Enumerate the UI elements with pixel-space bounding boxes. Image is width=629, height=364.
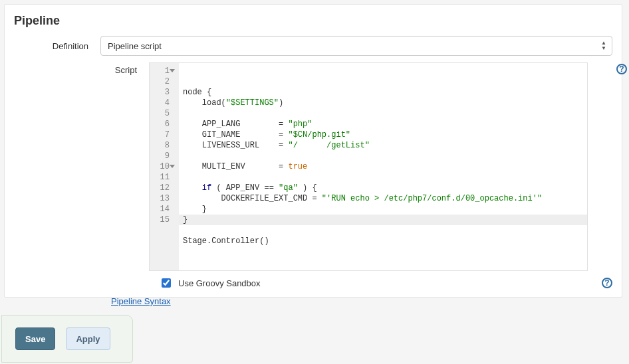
editor-code-inner: node { load("$SETTINGS") APP_LANG = "php…	[183, 87, 587, 246]
code-line[interactable]: }	[179, 215, 587, 225]
gutter-line: 13	[152, 193, 175, 204]
code-line[interactable]: load("$SETTINGS")	[183, 98, 587, 108]
definition-row: Definition Pipeline script ▲▼	[5, 36, 622, 62]
gutter-line: 11	[152, 172, 175, 183]
gutter-line: 4	[152, 98, 175, 108]
gutter-line: 12	[152, 183, 175, 193]
gutter-line: 5	[152, 108, 175, 119]
gutter-line: 7	[152, 130, 175, 140]
code-line[interactable]: MULTI_ENV = true	[183, 161, 587, 172]
pipeline-section: Pipeline Definition Pipeline script ▲▼ S…	[4, 4, 622, 298]
help-icon[interactable]: ?	[616, 64, 627, 74]
help-icon[interactable]: ?	[602, 278, 612, 288]
syntax-link-row: Pipeline Syntax	[5, 296, 622, 306]
code-line[interactable]	[183, 151, 587, 161]
code-line[interactable]: Stage.Controller()	[183, 236, 587, 246]
gutter-line: 9	[152, 151, 175, 161]
code-line[interactable]: APP_LANG = "php"	[183, 119, 587, 130]
gutter-line: 10	[152, 161, 175, 172]
gutter-line: 8	[152, 140, 175, 151]
save-button[interactable]: Save	[15, 327, 55, 350]
gutter-line: 15	[152, 215, 175, 225]
code-line[interactable]: if ( APP_ENV == "qa" ) {	[183, 183, 587, 193]
definition-label: Definition	[14, 41, 100, 51]
code-line[interactable]	[183, 108, 587, 119]
apply-button[interactable]: Apply	[66, 327, 110, 350]
editor-code[interactable]: node { load("$SETTINGS") APP_LANG = "php…	[179, 63, 587, 270]
code-line[interactable]: DOCKERFILE_EXT_CMD = "'RUN echo > /etc/p…	[183, 193, 587, 204]
select-arrows-icon: ▲▼	[601, 41, 606, 51]
script-editor-wrap: 123456789101112131415 node { load("$SETT…	[149, 62, 612, 271]
code-line[interactable]: GIT_NAME = "$CN/php.git"	[183, 130, 587, 140]
sandbox-wrap: Use Groovy Sandbox ?	[159, 276, 612, 290]
gutter-line: 1	[152, 66, 175, 76]
code-line[interactable]	[183, 172, 587, 183]
definition-select[interactable]: Pipeline script ▲▼	[100, 36, 612, 56]
code-line[interactable]: }	[183, 204, 587, 215]
editor-gutter: 123456789101112131415	[150, 63, 179, 270]
pipeline-config-page: Pipeline Definition Pipeline script ▲▼ S…	[0, 0, 629, 364]
gutter-line: 6	[152, 119, 175, 130]
footer-actions: Save Apply	[1, 315, 133, 363]
code-line[interactable]: node {	[183, 87, 587, 98]
definition-field: Pipeline script ▲▼	[100, 36, 612, 56]
gutter-line: 14	[152, 204, 175, 215]
sandbox-row: Use Groovy Sandbox ?	[5, 276, 622, 294]
section-title: Pipeline	[5, 14, 622, 36]
code-line[interactable]: LIVENESS_URL = "/ /getList"	[183, 140, 587, 151]
script-row: Script 123456789101112131415 node { load…	[5, 62, 622, 276]
gutter-line: 2	[152, 76, 175, 87]
gutter-line: 3	[152, 87, 175, 98]
sandbox-checkbox[interactable]	[162, 278, 171, 288]
sandbox-label: Use Groovy Sandbox	[178, 278, 261, 288]
pipeline-syntax-link[interactable]: Pipeline Syntax	[111, 296, 171, 306]
script-editor[interactable]: 123456789101112131415 node { load("$SETT…	[149, 62, 588, 271]
script-label: Script	[14, 62, 149, 75]
definition-select-value: Pipeline script	[108, 41, 162, 51]
code-line[interactable]	[183, 225, 587, 236]
